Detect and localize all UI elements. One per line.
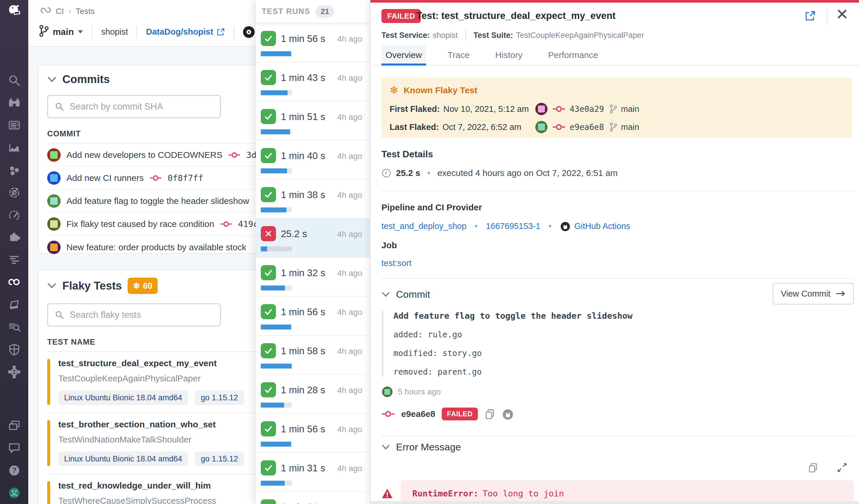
test-run-row[interactable]: 1 min 56 s4h ago — [256, 296, 370, 336]
tag-pill[interactable]: go 1.15.12 — [195, 452, 244, 466]
log-search-icon[interactable] — [7, 320, 21, 334]
collapse-chevron-icon[interactable] — [47, 282, 57, 289]
error-heading: Error Message — [396, 441, 461, 453]
network-globe-icon[interactable] — [7, 365, 21, 379]
run-age: 4h ago — [337, 190, 362, 200]
tag-pill[interactable]: Linux Ubuntu Bionic 18.04 amd64 — [58, 391, 188, 405]
test-run-row[interactable]: 1 min 51 s4h ago — [256, 102, 370, 140]
source-provider-icon[interactable] — [243, 26, 255, 38]
github-icon[interactable] — [502, 408, 514, 420]
tab-performance[interactable]: Performance — [544, 45, 602, 65]
datadog-logo-icon[interactable] — [7, 4, 21, 18]
test-run-row[interactable]: 1 min 32 s4h ago — [256, 258, 370, 296]
expand-icon[interactable] — [837, 462, 847, 473]
chart-icon[interactable] — [7, 141, 21, 155]
puzzle-icon[interactable] — [7, 230, 21, 244]
commit-row[interactable]: Add new CI runners0f8f7ff — [47, 167, 271, 190]
flaky-search-input[interactable] — [70, 310, 214, 320]
test-run-row[interactable]: 1 min 38 s4h ago — [256, 180, 370, 218]
first-flaked-sha[interactable]: 43e0a29 — [570, 104, 604, 114]
run-age: 4h ago — [337, 386, 362, 395]
test-run-row[interactable]: 1 min 31 s4h ago — [256, 453, 370, 492]
view-commit-button[interactable]: View Commit — [773, 283, 854, 304]
commit-sha[interactable]: 419c — [238, 219, 258, 229]
commit-search[interactable] — [47, 95, 221, 118]
test-run-row[interactable]: 1 min 40 s4h ago — [256, 140, 370, 180]
tab-trace[interactable]: Trace — [443, 45, 474, 65]
workspaces-icon[interactable] — [7, 419, 21, 433]
copy-icon[interactable] — [484, 409, 495, 419]
logs-icon[interactable] — [7, 253, 21, 267]
ci-provider-link[interactable]: GitHub Actions — [574, 222, 630, 231]
copy-icon[interactable] — [808, 462, 818, 473]
commit-message-block: Add feature flag to toggle the header sl… — [382, 311, 633, 377]
repo-link[interactable]: DataDog/shopist — [146, 27, 225, 37]
context-bar: main shopist DataDog/shopist — [39, 25, 255, 39]
commit-row[interactable]: New feature: order products by available… — [47, 236, 271, 259]
breadcrumb-section[interactable]: CI — [56, 7, 64, 16]
job-link[interactable]: test:sort — [381, 258, 411, 268]
divider — [137, 26, 137, 38]
user-avatar[interactable] — [7, 486, 21, 500]
flaky-indicator-bar — [47, 420, 50, 466]
hexagons-icon[interactable] — [7, 163, 21, 177]
test-runs-title: TEST RUNS — [262, 7, 310, 16]
test-run-row[interactable]: 1 min 21 s4h ago — [256, 492, 370, 504]
collapse-chevron-icon[interactable] — [381, 444, 390, 450]
binoculars-icon[interactable] — [7, 96, 21, 110]
flaky-test-name[interactable]: test_brother_section_nation_who_set — [58, 419, 271, 429]
known-flaky-banner: ❄ Known Flaky Test First Flaked: Nov 10,… — [381, 78, 852, 138]
arrow-right-icon — [836, 290, 846, 297]
pipeline-run-link[interactable]: 1667695153-1 — [486, 222, 540, 231]
branch-selector[interactable]: main — [53, 27, 74, 37]
breadcrumb-page[interactable]: Tests — [76, 7, 95, 16]
tab-history[interactable]: History — [491, 45, 527, 65]
ci-pipelines-icon[interactable] — [7, 275, 21, 289]
commit-sha[interactable]: 0f8f7ff — [168, 173, 203, 183]
flaky-test-name[interactable]: test_red_knowledge_under_will_him — [58, 481, 271, 491]
security-shield-icon[interactable] — [7, 342, 21, 356]
test-run-row[interactable]: 25.2 s4h ago — [256, 218, 370, 258]
test-run-row[interactable]: 1 min 43 s4h ago — [256, 62, 370, 102]
flaky-test-item[interactable]: test_red_knowledge_under_will_himTestWhe… — [47, 474, 271, 504]
gauge-icon[interactable] — [7, 208, 21, 222]
check-icon — [261, 382, 276, 397]
collapse-chevron-icon[interactable] — [47, 76, 57, 83]
divider — [827, 8, 828, 25]
commit-row[interactable]: Add feature flag to toggle the header sl… — [47, 190, 271, 213]
search-icon[interactable] — [7, 73, 21, 87]
clock-icon — [381, 168, 391, 178]
test-run-row[interactable]: 1 min 56 s4h ago — [256, 23, 370, 62]
error-type: RuntimeError: — [412, 489, 479, 499]
apm-target-icon[interactable] — [7, 186, 21, 200]
flaky-test-name[interactable]: test_structure_deal_expect_my_event — [58, 358, 271, 368]
run-duration: 1 min 38 s — [281, 189, 325, 200]
check-icon — [261, 304, 276, 319]
commit-row[interactable]: Fix flaky test caused by race condition4… — [47, 213, 271, 236]
flaky-test-item[interactable]: test_structure_deal_expect_my_eventTestC… — [47, 352, 271, 413]
flaky-test-item[interactable]: test_brother_section_nation_who_setTestW… — [47, 413, 271, 474]
divider — [381, 278, 854, 279]
chevron-down-icon[interactable] — [78, 30, 83, 33]
close-icon[interactable]: ✕ — [836, 5, 848, 23]
test-run-row[interactable]: 1 min 58 s4h ago — [256, 336, 370, 375]
tab-overview[interactable]: Overview — [381, 45, 426, 65]
commit-sha[interactable]: e9ea6e8 — [401, 409, 435, 419]
commit-search-input[interactable] — [70, 102, 214, 112]
flaky-search[interactable] — [47, 303, 221, 326]
test-run-row[interactable]: 1 min 56 s4h ago — [256, 414, 370, 453]
dashboard-icon[interactable] — [7, 118, 21, 132]
notebook-icon[interactable] — [7, 298, 21, 312]
help-icon[interactable]: ? — [7, 463, 21, 477]
open-external-icon[interactable] — [804, 10, 816, 23]
test-run-row[interactable]: 1 min 28 s4h ago — [256, 375, 370, 414]
service-name[interactable]: shopist — [101, 27, 128, 37]
tag-pill[interactable]: Linux Ubuntu Bionic 18.04 amd64 — [58, 452, 188, 466]
commit-row[interactable]: Add new developers to CODEOWNERS3ddb — [47, 143, 271, 167]
pipeline-link[interactable]: test_and_deploy_shop — [381, 222, 467, 231]
chat-icon[interactable] — [7, 441, 21, 455]
commit-heading: Commit — [396, 289, 430, 300]
tag-pill[interactable]: go 1.15.12 — [195, 391, 244, 405]
last-flaked-sha[interactable]: e9ea6e8 — [570, 122, 604, 132]
collapse-chevron-icon[interactable] — [381, 292, 390, 297]
